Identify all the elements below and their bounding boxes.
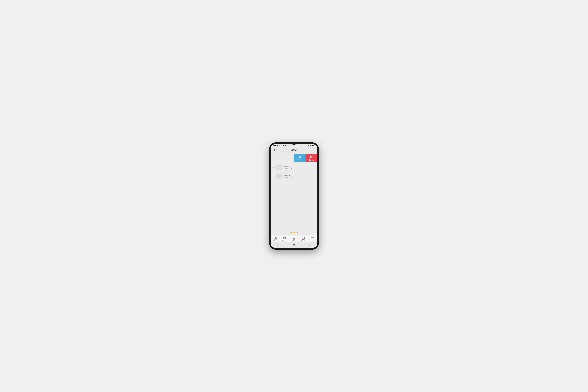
back-system-button[interactable] bbox=[308, 243, 312, 247]
delete-button[interactable]: Delete bbox=[306, 154, 317, 162]
svg-rect-3 bbox=[308, 146, 308, 146]
bluetooth-icon bbox=[306, 145, 307, 146]
action-buttons-row: Modify Delete bbox=[271, 153, 317, 163]
view-info-3: View 3 channels count: 3 bbox=[284, 174, 315, 178]
view-subtitle-3: channels count: 3 bbox=[284, 176, 315, 178]
svg-rect-18 bbox=[276, 238, 276, 240]
view-item-2[interactable]: 2 View 2 channels count: 3 bbox=[271, 163, 317, 172]
events-nav-icon bbox=[302, 236, 305, 240]
view-index-2: 2 bbox=[273, 166, 274, 168]
svg-point-29 bbox=[294, 245, 294, 246]
nav-item-more[interactable]: More bbox=[308, 236, 317, 242]
view-thumbnail-3 bbox=[276, 173, 282, 179]
signal-icon bbox=[307, 145, 310, 146]
svg-rect-17 bbox=[274, 238, 275, 240]
app-header: Views bbox=[271, 147, 317, 153]
svg-point-6 bbox=[311, 146, 311, 146]
nav-item-cameras[interactable]: Cameras bbox=[280, 236, 289, 242]
status-time: 2:58 PM bbox=[273, 145, 278, 146]
status-bar: 2:58 PM bbox=[271, 144, 317, 147]
battery-icon bbox=[312, 145, 315, 146]
phone-screen: 2:58 PM bbox=[271, 144, 317, 248]
views-nav-icon bbox=[274, 236, 277, 240]
nav-item-events[interactable]: Events bbox=[299, 236, 308, 242]
view-info-2: View 2 channels count: 3 bbox=[284, 165, 315, 169]
notch bbox=[292, 144, 296, 145]
view-thumbnail-2 bbox=[276, 164, 282, 170]
more-nav-label: More bbox=[311, 240, 314, 242]
wifi-icon bbox=[310, 145, 312, 146]
view-subtitle-2: channels count: 3 bbox=[284, 168, 315, 169]
select-button[interactable] bbox=[311, 148, 315, 152]
whatsapp-icon bbox=[285, 145, 286, 146]
add-view-container: Add view bbox=[271, 229, 317, 235]
delete-label: Delete bbox=[309, 159, 314, 161]
svg-rect-8 bbox=[312, 145, 314, 146]
view-name-2: View 2 bbox=[284, 165, 315, 168]
home-button[interactable] bbox=[292, 243, 296, 247]
navigation-icon bbox=[283, 145, 284, 146]
cameras-nav-icon bbox=[283, 236, 286, 240]
svg-rect-16 bbox=[276, 237, 276, 238]
separator-2 bbox=[273, 180, 315, 181]
view-item-3[interactable]: 3 View 3 channels count: 3 bbox=[271, 172, 317, 180]
eva-nav-label: Eva bbox=[293, 240, 295, 242]
alarm-icon bbox=[279, 145, 280, 146]
views-nav-label: Views bbox=[274, 240, 277, 242]
modify-label: Modify bbox=[297, 159, 302, 161]
events-nav-label: Events bbox=[301, 240, 306, 242]
system-nav bbox=[271, 242, 317, 248]
status-bar-right bbox=[306, 145, 315, 146]
recent-apps-button[interactable] bbox=[276, 243, 280, 247]
eva-nav-icon bbox=[292, 236, 296, 240]
view-index-3: 3 bbox=[273, 175, 274, 177]
clock-icon bbox=[281, 145, 282, 146]
view-name-3: View 3 bbox=[284, 174, 315, 176]
more-nav-icon bbox=[311, 236, 314, 240]
svg-rect-19 bbox=[284, 238, 286, 239]
main-content: Modify Delete 2 bbox=[271, 153, 317, 235]
svg-rect-27 bbox=[278, 244, 279, 246]
svg-rect-5 bbox=[309, 145, 309, 146]
status-bar-left: 2:58 PM bbox=[273, 145, 286, 146]
nav-item-views[interactable]: Views bbox=[271, 236, 280, 242]
svg-rect-2 bbox=[307, 146, 308, 146]
add-view-link[interactable]: Add view bbox=[290, 231, 298, 233]
svg-rect-4 bbox=[308, 145, 309, 146]
page-title: Views bbox=[290, 148, 298, 152]
nav-item-eva[interactable]: Eva bbox=[289, 236, 298, 242]
modify-button[interactable]: Modify bbox=[294, 154, 306, 162]
back-button[interactable] bbox=[273, 148, 277, 152]
svg-rect-22 bbox=[302, 237, 304, 240]
bottom-nav: Views Cameras bbox=[271, 235, 317, 242]
cameras-nav-label: Cameras bbox=[282, 240, 288, 242]
svg-rect-23 bbox=[302, 238, 303, 239]
svg-rect-15 bbox=[274, 237, 275, 238]
phone-device: 2:58 PM bbox=[269, 142, 319, 250]
